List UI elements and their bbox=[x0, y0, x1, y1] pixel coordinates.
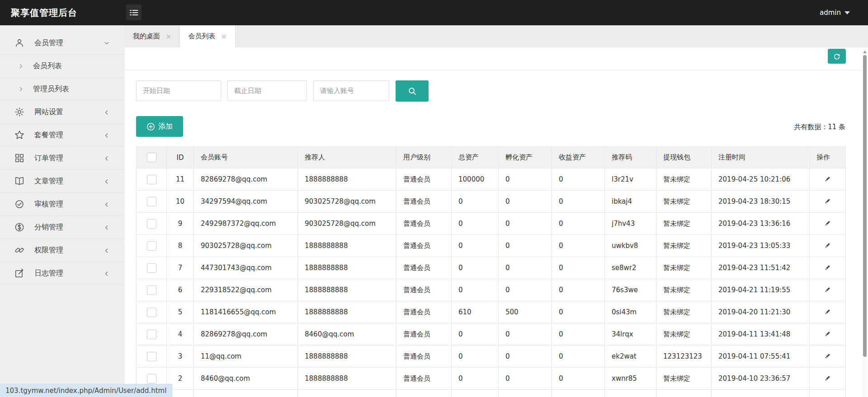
table-row: 10 34297594@qq.com 903025728@qq.com 普通会员… bbox=[137, 191, 846, 213]
edit-row-button[interactable] bbox=[822, 373, 833, 385]
cell-referrer: 1888888888 bbox=[298, 368, 396, 390]
edit-row-button[interactable] bbox=[822, 196, 833, 208]
cell-wallet: 暂未绑定 bbox=[656, 301, 712, 323]
tab-my-desktop[interactable]: 我的桌面 × bbox=[125, 25, 180, 47]
vertical-scrollbar[interactable]: ▲ bbox=[863, 49, 867, 397]
cell-hatch-assets: 0 bbox=[499, 279, 552, 301]
cell-level: 普通会员 bbox=[396, 213, 452, 235]
app-title: 聚享值管理后台 bbox=[11, 0, 77, 25]
row-checkbox[interactable] bbox=[147, 241, 156, 251]
cell-wallet: 123123123 bbox=[656, 346, 712, 368]
end-date-input[interactable] bbox=[227, 80, 307, 101]
chevron-right-icon bbox=[18, 86, 24, 92]
cell-income-assets: 0 bbox=[552, 168, 605, 191]
edit-row-button[interactable] bbox=[822, 173, 833, 186]
edit-row-button[interactable] bbox=[822, 284, 833, 296]
sidebar-item-package-management[interactable]: 套餐管理 bbox=[0, 124, 125, 147]
sidebar-item-order-management[interactable]: 订单管理 bbox=[0, 147, 125, 170]
cell-referrer: 1888888888 bbox=[298, 301, 396, 323]
cell-account: 82869278@qq.com bbox=[194, 323, 298, 346]
username: admin bbox=[820, 9, 841, 17]
cell-wallet: 暂未绑定 bbox=[656, 368, 712, 390]
cell-ref-code: uwkbv8 bbox=[605, 235, 656, 257]
sidebar-item-member-list[interactable]: 会员列表 bbox=[0, 55, 125, 78]
sidebar-subitem-label: 会员列表 bbox=[33, 61, 62, 71]
total-count-text: 共有数据：11 条 bbox=[794, 123, 845, 131]
cell-wallet: 暂未绑定 bbox=[656, 257, 712, 279]
account-input[interactable] bbox=[313, 80, 389, 101]
table-row: 7 447301743@qq.com 1888888888 普通会员 0 0 0… bbox=[137, 257, 846, 279]
pencil-icon bbox=[824, 374, 831, 382]
cell-account: 1181416655@qq.com bbox=[194, 301, 298, 323]
column-header-account: 会员账号 bbox=[194, 147, 298, 168]
column-header-income-assets: 收益资产 bbox=[552, 147, 605, 168]
plus-circle-icon bbox=[146, 122, 155, 131]
close-icon[interactable]: × bbox=[221, 32, 226, 41]
sidebar: 会员管理 会员列表 管理员列表 网站设置 套餐管理 订单管理 bbox=[0, 25, 125, 397]
cell-register-time: 2019-04-25 10:21:06 bbox=[712, 168, 810, 191]
sidebar-item-label: 套餐管理 bbox=[34, 131, 63, 140]
cell-income-assets: 0 bbox=[552, 257, 605, 279]
cell-account: 2492987372@qq.com bbox=[194, 213, 298, 235]
row-checkbox[interactable] bbox=[147, 175, 156, 184]
grid-icon bbox=[14, 153, 24, 163]
select-all-checkbox[interactable] bbox=[147, 153, 156, 162]
edit-row-button[interactable] bbox=[822, 240, 833, 252]
cell-total-assets: 610 bbox=[452, 301, 499, 323]
row-checkbox[interactable] bbox=[147, 263, 156, 273]
scroll-up-arrow-icon[interactable]: ▲ bbox=[863, 49, 867, 54]
cell-hatch-assets: 0 bbox=[499, 346, 552, 368]
row-checkbox[interactable] bbox=[147, 308, 156, 317]
row-checkbox[interactable] bbox=[147, 285, 156, 295]
column-header-wallet: 提现钱包 bbox=[656, 147, 712, 168]
row-checkbox[interactable] bbox=[147, 197, 156, 206]
cell-hatch-assets: 0 bbox=[499, 323, 552, 346]
cell-ref-code: se8wr2 bbox=[605, 257, 656, 279]
tabbar: 我的桌面 × 会员列表 × bbox=[125, 25, 868, 47]
cell-hatch-assets: 0 bbox=[499, 235, 552, 257]
cell-register-time: 2019-04-10 23:36:57 bbox=[712, 368, 810, 390]
start-date-input[interactable] bbox=[136, 80, 221, 101]
chevron-left-icon bbox=[103, 109, 110, 116]
cell-income-assets: 0 bbox=[552, 323, 605, 346]
row-checkbox[interactable] bbox=[147, 352, 156, 361]
cell-ref-code: 34lrqx bbox=[605, 323, 656, 346]
refresh-button[interactable] bbox=[828, 49, 846, 64]
row-checkbox[interactable] bbox=[147, 374, 156, 383]
row-checkbox[interactable] bbox=[147, 219, 156, 229]
cell-total-assets: 0 bbox=[452, 257, 499, 279]
edit-row-button[interactable] bbox=[822, 306, 833, 318]
close-icon[interactable]: × bbox=[165, 32, 171, 41]
scrollbar-thumb[interactable] bbox=[863, 55, 867, 357]
cell-referrer: 1888888888 bbox=[298, 168, 396, 191]
sidebar-item-audit-management[interactable]: 审核管理 bbox=[0, 193, 125, 216]
cell-referrer: 1888888888 bbox=[298, 346, 396, 368]
cell-ref-code: 0si43m bbox=[605, 301, 656, 323]
cell-level: 普通会员 bbox=[396, 301, 452, 323]
user-menu[interactable]: admin bbox=[820, 0, 850, 25]
tab-member-list[interactable]: 会员列表 × bbox=[180, 25, 235, 47]
sidebar-item-permission-management[interactable]: 权限管理 bbox=[0, 239, 125, 262]
sidebar-item-member-management[interactable]: 会员管理 bbox=[0, 32, 125, 55]
edit-row-button[interactable] bbox=[822, 262, 833, 274]
cell-account: 903025728@qq.com bbox=[194, 235, 298, 257]
cell-level: 普通会员 bbox=[396, 368, 452, 390]
sidebar-item-log-management[interactable]: 日志管理 bbox=[0, 262, 125, 285]
column-header-ref-code: 推荐码 bbox=[605, 147, 656, 168]
row-checkbox[interactable] bbox=[147, 330, 156, 339]
sidebar-item-distribution-management[interactable]: 分销管理 bbox=[0, 216, 125, 239]
add-button[interactable]: 添加 bbox=[136, 116, 183, 137]
edit-row-button[interactable] bbox=[822, 350, 833, 363]
cell-register-time: 2019-04-20 11:21:30 bbox=[712, 301, 810, 323]
sidebar-item-site-settings[interactable]: 网站设置 bbox=[0, 101, 125, 124]
edit-row-button[interactable] bbox=[822, 218, 833, 230]
sidebar-toggle-button[interactable] bbox=[126, 5, 142, 20]
tab-label: 我的桌面 bbox=[133, 32, 160, 41]
edit-row-button[interactable] bbox=[822, 328, 833, 341]
sidebar-item-admin-list[interactable]: 管理员列表 bbox=[0, 78, 125, 101]
search-button[interactable] bbox=[396, 80, 429, 102]
sidebar-item-article-management[interactable]: 文章管理 bbox=[0, 170, 125, 193]
cell-wallet: 暂未绑定 bbox=[656, 279, 712, 301]
table-row: 11 82869278@qq.com 1888888888 普通会员 10000… bbox=[137, 168, 846, 191]
topbar: 聚享值管理后台 admin bbox=[0, 0, 868, 25]
